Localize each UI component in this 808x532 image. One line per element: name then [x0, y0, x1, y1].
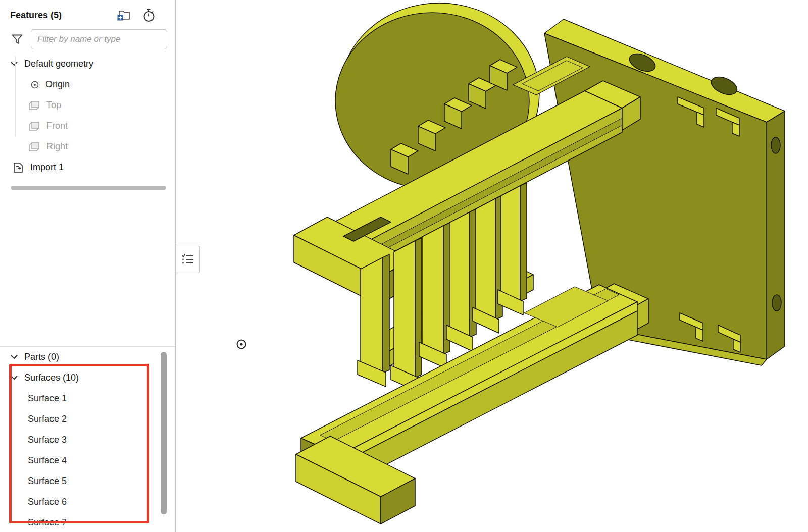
- surfaces-header-row[interactable]: Surfaces (10): [0, 367, 175, 388]
- tree-item-front-plane[interactable]: Front: [0, 116, 175, 136]
- parts-surfaces-panel: Parts (0) Surfaces (10) Surface 1 Surfac…: [0, 346, 175, 532]
- scrollbar-thumb[interactable]: [161, 352, 167, 514]
- tree-item-origin[interactable]: Origin: [0, 74, 175, 95]
- feature-list-icon: [181, 252, 195, 267]
- tree-item-right-plane[interactable]: Right: [0, 136, 175, 157]
- surface-label: Surface 5: [28, 476, 67, 487]
- filter-input[interactable]: [31, 29, 167, 49]
- parts-header-label: Parts (0): [24, 352, 59, 362]
- filter-row: [0, 25, 175, 54]
- parts-header-row[interactable]: Parts (0): [0, 347, 175, 367]
- surface-label: Surface 2: [28, 414, 67, 424]
- tree-item-top-plane[interactable]: Top: [0, 95, 175, 116]
- graphics-viewport[interactable]: [176, 0, 808, 532]
- cad-model-part[interactable]: [176, 0, 808, 532]
- surface-label: Surface 1: [28, 393, 67, 404]
- chevron-down-icon[interactable]: [10, 61, 18, 67]
- feature-tree: Default geometry Origin: [0, 54, 175, 190]
- chevron-down-icon[interactable]: [10, 354, 18, 360]
- surface-list-item[interactable]: Surface 2: [0, 409, 175, 430]
- tree-indent-guide: [15, 56, 16, 136]
- features-header-icons: [117, 8, 156, 22]
- surfaces-header-label: Surfaces (10): [24, 373, 79, 383]
- rollback-bar[interactable]: [11, 186, 166, 190]
- origin-icon: [30, 80, 39, 89]
- tree-item-label: Default geometry: [24, 59, 93, 69]
- onshape-part-studio: Features (5): [0, 0, 808, 532]
- surface-list-item[interactable]: Surface 6: [0, 492, 175, 512]
- tree-item-default-geometry[interactable]: Default geometry: [0, 54, 175, 74]
- tree-item-label: Origin: [45, 79, 70, 90]
- plate-side-hole: [772, 295, 781, 311]
- tree-item-import-1[interactable]: Import 1: [0, 157, 175, 178]
- import-icon: [12, 162, 24, 174]
- surface-list-item[interactable]: Surface 4: [0, 450, 175, 471]
- surface-label: Surface 4: [28, 455, 67, 466]
- origin-marker[interactable]: [237, 340, 246, 349]
- new-folder-icon[interactable]: [117, 8, 131, 22]
- surface-label: Surface 6: [28, 497, 67, 507]
- surface-label: Surface 3: [28, 435, 67, 445]
- surface-list-item[interactable]: Surface 3: [0, 430, 175, 450]
- surface-list-item[interactable]: Surface 5: [0, 471, 175, 492]
- plane-icon: [28, 121, 40, 131]
- features-header: Features (5): [0, 0, 175, 25]
- surface-list-item[interactable]: Surface 7: [0, 512, 175, 532]
- plate-side-hole: [771, 137, 780, 153]
- surface-list-item[interactable]: Surface 1: [0, 388, 175, 409]
- tree-item-label: Top: [46, 100, 61, 111]
- funnel-icon[interactable]: [10, 32, 24, 46]
- features-title: Features (5): [10, 10, 62, 21]
- tree-item-label: Import 1: [30, 162, 64, 173]
- plane-icon: [28, 142, 40, 152]
- surface-label: Surface 7: [28, 517, 67, 528]
- tree-item-label: Right: [46, 141, 68, 152]
- feature-list-toggle-tab[interactable]: [176, 246, 200, 273]
- plane-icon: [28, 100, 40, 111]
- chevron-down-icon[interactable]: [10, 375, 18, 381]
- tree-item-label: Front: [46, 121, 68, 131]
- stopwatch-icon[interactable]: [142, 8, 156, 22]
